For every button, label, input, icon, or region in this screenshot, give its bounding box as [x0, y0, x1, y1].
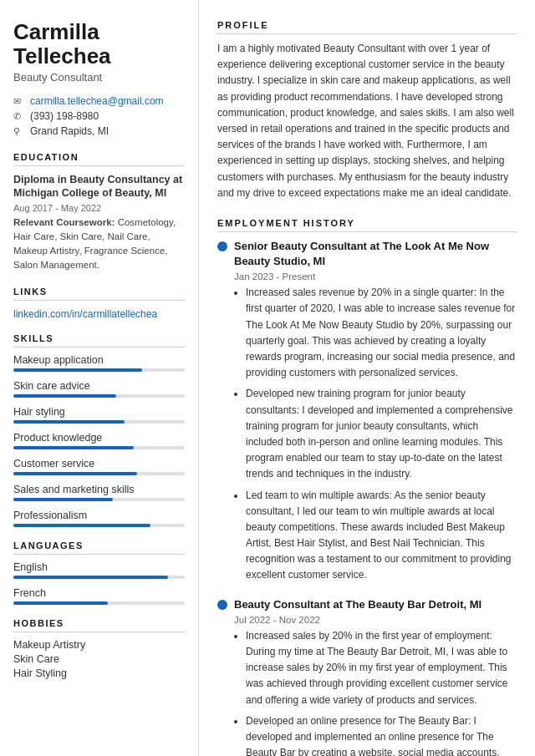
skill-bar-fill	[13, 368, 142, 372]
job-entry: Senior Beauty Consultant at The Look At …	[217, 239, 517, 584]
skill-bar-fill	[13, 498, 113, 501]
language-item: English	[13, 561, 185, 579]
hobbies-section-title: HOBBIES	[13, 618, 185, 632]
language-bar-bg	[13, 601, 185, 605]
hobby-item: Makeup Artistry	[13, 639, 185, 651]
jobs-container: Senior Beauty Consultant at The Look At …	[217, 239, 517, 756]
skill-bar-fill	[13, 420, 125, 424]
links-section-title: LINKS	[13, 287, 185, 301]
skill-item: Product knowledge	[13, 432, 185, 449]
job-bullets: Increased sales by 20% in the first year…	[234, 628, 517, 756]
languages-section-title: LANGUAGES	[13, 540, 185, 555]
education-section-title: EDUCATION	[13, 152, 185, 166]
main-content: PROFILE I am a highly motivated Beauty C…	[199, 0, 535, 756]
edu-coursework: Relevant Coursework: Cosmetology, Hair C…	[13, 216, 185, 273]
email-item: ✉ carmilla.tellechea@gmail.com	[13, 95, 185, 107]
language-bar-fill	[13, 576, 168, 579]
skills-block: Makeup application Skin care advice Hair…	[13, 354, 185, 527]
skill-bar-bg	[13, 394, 185, 398]
hobbies-list: Makeup ArtistrySkin CareHair Styling	[13, 639, 185, 679]
sidebar: Carmilla Tellechea Beauty Consultant ✉ c…	[0, 0, 199, 756]
job-title-text: Senior Beauty Consultant at The Look At …	[234, 239, 517, 269]
skill-name: Skin care advice	[13, 380, 185, 392]
profile-section-title: PROFILE	[217, 20, 517, 34]
skill-item: Customer service	[13, 458, 185, 475]
job-bullet: Increased sales revenue by 20% in a sing…	[246, 285, 517, 381]
job-dot	[217, 600, 227, 610]
languages-block: English French	[13, 561, 185, 605]
job-header: Beauty Consultant at The Beauty Bar Detr…	[217, 597, 517, 612]
location-item: ⚲ Grand Rapids, MI	[13, 125, 185, 137]
job-bullet: Led team to win multiple awards: As the …	[246, 488, 517, 584]
skills-section-title: SKILLS	[13, 333, 185, 348]
skill-bar-bg	[13, 472, 185, 475]
job-date: Jul 2022 - Nov 2022	[234, 615, 517, 625]
links-block: linkedin.com/in/carmillatellechea	[13, 307, 185, 320]
email-icon: ✉	[13, 96, 25, 107]
email-link[interactable]: carmilla.tellechea@gmail.com	[30, 95, 164, 107]
language-bar-fill	[13, 601, 108, 605]
skill-bar-bg	[13, 446, 185, 449]
skill-bar-fill	[13, 472, 137, 475]
language-item: French	[13, 587, 185, 605]
skill-name: Sales and marketing skills	[13, 484, 185, 495]
skill-bar-fill	[13, 394, 116, 398]
job-bullet: Increased sales by 20% in the first year…	[246, 628, 517, 708]
skill-name: Professionalism	[13, 510, 185, 521]
skill-name: Makeup application	[13, 354, 185, 366]
education-block: Diploma in Beauty Consultancy at Michiga…	[13, 173, 185, 273]
contact-info: ✉ carmilla.tellechea@gmail.com ✆ (393) 1…	[13, 95, 185, 137]
job-title: Beauty Consultant	[13, 71, 185, 84]
job-date: Jan 2023 - Present	[234, 271, 517, 282]
language-name: French	[13, 587, 185, 599]
job-bullet: Developed new training program for junio…	[246, 386, 517, 482]
name-block: Carmilla Tellechea Beauty Consultant	[13, 20, 185, 84]
location-icon: ⚲	[13, 126, 25, 137]
job-bullets: Increased sales revenue by 20% in a sing…	[234, 285, 517, 583]
phone-item: ✆ (393) 198-8980	[13, 110, 185, 122]
linkedin-link[interactable]: linkedin.com/in/carmillatellechea	[13, 308, 157, 320]
profile-text: I am a highly motivated Beauty Consultan…	[217, 41, 517, 201]
skill-bar-fill	[13, 524, 150, 527]
job-title-text: Beauty Consultant at The Beauty Bar Detr…	[234, 597, 482, 612]
location-text: Grand Rapids, MI	[30, 125, 109, 137]
job-dot	[217, 241, 227, 251]
skill-name: Product knowledge	[13, 432, 185, 444]
skill-bar-bg	[13, 368, 185, 372]
skill-bar-fill	[13, 446, 134, 449]
skill-item: Professionalism	[13, 510, 185, 527]
skill-item: Sales and marketing skills	[13, 484, 185, 501]
phone-number: (393) 198-8980	[30, 110, 99, 122]
employment-section: EMPLOYMENT HISTORY Senior Beauty Consult…	[217, 218, 517, 756]
full-name: Carmilla Tellechea	[13, 20, 185, 68]
skill-name: Customer service	[13, 458, 185, 469]
skill-name: Hair styling	[13, 406, 185, 418]
skill-item: Skin care advice	[13, 380, 185, 398]
language-bar-bg	[13, 576, 185, 579]
phone-icon: ✆	[13, 111, 25, 122]
skill-item: Makeup application	[13, 354, 185, 372]
hobby-item: Hair Styling	[13, 667, 185, 679]
skill-bar-bg	[13, 524, 185, 527]
job-bullet: Developed an online presence for The Bea…	[246, 713, 517, 756]
edu-date: Aug 2017 - May 2022	[13, 203, 185, 213]
skill-bar-bg	[13, 498, 185, 501]
edu-degree: Diploma in Beauty Consultancy at Michiga…	[13, 173, 185, 200]
skill-bar-bg	[13, 420, 185, 424]
job-header: Senior Beauty Consultant at The Look At …	[217, 239, 517, 269]
job-entry: Beauty Consultant at The Beauty Bar Detr…	[217, 597, 517, 756]
employment-section-title: EMPLOYMENT HISTORY	[217, 218, 517, 232]
coursework-label: Relevant Coursework:	[13, 217, 115, 227]
profile-section: PROFILE I am a highly motivated Beauty C…	[217, 20, 517, 201]
skill-item: Hair styling	[13, 406, 185, 424]
hobby-item: Skin Care	[13, 653, 185, 665]
language-name: English	[13, 561, 185, 573]
